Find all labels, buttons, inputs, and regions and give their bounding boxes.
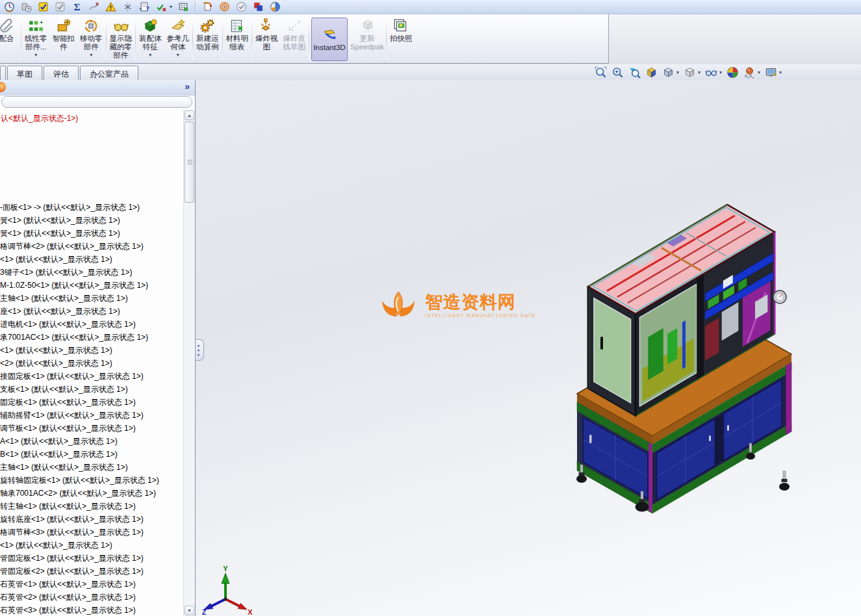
tree-item[interactable]: 管固定板<2> (默认<<默认>_显示状态 1>) xyxy=(0,565,184,578)
section-view-icon[interactable] xyxy=(645,66,658,79)
tree-item[interactable]: 3键子<1> (默认<<默认>_显示状态 1>) xyxy=(0,266,184,279)
tree-scrollbar[interactable]: ▲ ▼ xyxy=(183,110,195,616)
warning-triangle-icon[interactable] xyxy=(105,1,116,12)
tree-item[interactable]: 簧<1> (默认<<默认>_显示状态 1>) xyxy=(0,227,184,240)
compare-blocks-icon[interactable] xyxy=(253,1,264,12)
ribbon-group-separator xyxy=(309,18,309,60)
approve-circle-icon[interactable] xyxy=(236,1,247,12)
ribbon-button-exploded-view[interactable]: 爆炸视 图 xyxy=(253,16,281,63)
toolbar-separator xyxy=(195,2,196,12)
apply-scene-icon[interactable] xyxy=(743,66,756,79)
gray-checkbox-icon[interactable] xyxy=(55,1,66,12)
tree-item[interactable]: -面板<1> -> (默认<<默认>_显示状态 1>) xyxy=(0,201,184,214)
tree-item[interactable]: 支板<1> (默认<<默认>_显示状态 1>) xyxy=(0,383,184,396)
yellow-checkbox-icon[interactable] xyxy=(38,1,49,12)
tree-item[interactable]: 接固定板<1> (默认<<默认>_显示状态 1>) xyxy=(0,370,184,383)
tree-item[interactable]: 旋转底座<1> (默认<<默认>_显示状态 1>) xyxy=(0,513,184,526)
scroll-up-button[interactable]: ▲ xyxy=(185,110,194,120)
document-help-icon[interactable]: ? xyxy=(139,1,150,12)
globe-icon[interactable] xyxy=(270,1,281,12)
align-arrows-icon[interactable] xyxy=(122,1,133,12)
dropdown-caret-icon[interactable]: ▾ xyxy=(177,52,179,58)
tree-item[interactable]: 石英管<3> (默认<<默认>_显示状态 1>) xyxy=(0,604,184,616)
ribbon-button-label: 智能扣 件 xyxy=(53,34,75,51)
tree-item[interactable]: B<1> (默认<<默认>_显示状态 1>) xyxy=(0,448,184,461)
tree-item[interactable]: 座<1> (默认<<默认>_显示状态 1>) xyxy=(0,305,184,318)
ribbon-button-reference-geometry[interactable]: 参考几 何体▾ xyxy=(164,16,192,63)
reorient-document-icon[interactable] xyxy=(202,1,213,12)
ribbon-tabs: 草图评估办公室产品 xyxy=(0,66,138,80)
tab-评估[interactable]: 评估 xyxy=(44,66,79,80)
smart-fasteners-icon xyxy=(56,18,71,34)
tab-办公室产品[interactable]: 办公室产品 xyxy=(80,66,138,80)
dropdown-caret-icon[interactable]: ▾ xyxy=(676,70,679,75)
tree-item[interactable]: <1> (默认<<默认>_显示状态 1>) xyxy=(0,539,184,552)
tree-item[interactable]: 石英管<2> (默认<<默认>_显示状态 1>) xyxy=(0,591,184,604)
view-settings-icon[interactable] xyxy=(765,66,777,79)
tree-item[interactable]: A<1> (默认<<默认>_显示状态 1>) xyxy=(0,435,184,448)
tree-item[interactable]: 格调节棒<2> (默认<<默认>_显示状态 1>) xyxy=(0,240,184,253)
interference-detection-icon[interactable] xyxy=(88,1,99,12)
tree-item[interactable]: <1> (默认<<默认>_显示状态 1>) xyxy=(0,253,184,266)
tree-item[interactable]: 石英管<1> (默认<<默认>_显示状态 1>) xyxy=(0,578,184,591)
tree-item[interactable]: <1> (默认<<默认>_显示状态 1>) xyxy=(0,344,184,357)
previous-view-icon[interactable] xyxy=(628,66,641,79)
ribbon-button-move-component[interactable]: 移动零 部件▾ xyxy=(77,16,105,63)
assembly-root-node[interactable]: 认<默认_显示状态-1>) xyxy=(1,113,78,124)
tree-item[interactable]: 格调节棒<3> (默认<<默认>_显示状态 1>) xyxy=(0,526,184,539)
ribbon-button-assembly-features[interactable]: 装配体 特征▾ xyxy=(136,16,164,63)
tree-item[interactable]: <2> (默认<<默认>_显示状态 1>) xyxy=(0,357,184,370)
ribbon-button-linear-component-pattern[interactable]: 线性零 部件...▾ xyxy=(22,16,50,63)
tree-item[interactable]: 调节板<1> (默认<<默认>_显示状态 1>) xyxy=(0,422,184,435)
ribbon-button-new-motion-study[interactable]: 新建运 动算例 xyxy=(194,16,222,63)
dropdown-caret-icon[interactable]: ▾ xyxy=(90,52,92,58)
new-motion-study-icon xyxy=(199,18,215,34)
dropdown-caret-icon[interactable]: ▾ xyxy=(170,4,172,10)
tree-item[interactable]: 簧<1> (默认<<默认>_显示状态 1>) xyxy=(0,214,184,227)
display-style-icon[interactable] xyxy=(684,66,696,79)
expand-panel-chevron-icon[interactable]: » xyxy=(185,81,190,92)
zoom-to-fit-icon[interactable] xyxy=(595,66,607,79)
tree-item[interactable]: 旋转轴固定板<1> (默认<<默认>_显示状态 1>) xyxy=(0,474,184,487)
dropdown-caret-icon[interactable]: ▾ xyxy=(698,70,700,75)
tree-item[interactable]: 固定板<1> (默认<<默认>_显示状态 1>) xyxy=(0,396,184,409)
tree-item[interactable]: 管固定板<1> (默认<<默认>_显示状态 1>) xyxy=(0,552,184,565)
tree-item[interactable]: 转主轴<1> (默认<<默认>_显示状态 1>) xyxy=(0,500,184,513)
tree-item[interactable]: 辅助摇臂<1> (默认<<默认>_显示状态 1>) xyxy=(0,409,184,422)
tab-草图[interactable]: 草图 xyxy=(7,66,42,80)
featuremanager-flyout-handle[interactable]: ◂ ◂ ◂ xyxy=(196,339,204,361)
timer-icon[interactable] xyxy=(4,1,15,12)
dropdown-caret-icon[interactable]: ▾ xyxy=(758,70,760,75)
view-orientation-icon[interactable] xyxy=(662,66,675,79)
ribbon-button-show-hidden-components[interactable]: 显示隐 藏的零 部件 xyxy=(107,16,135,63)
ribbon-button-mate[interactable]: 配合 xyxy=(0,16,20,63)
tree-item[interactable]: 轴承7001AC<2> (默认<<默认>_显示状态 1>) xyxy=(0,487,184,500)
tree-item[interactable]: M-1.0Z-50<1> (默认<<默认>_显示状态 1>) xyxy=(0,279,184,292)
scrollbar-thumb[interactable] xyxy=(185,122,194,203)
equations-sigma-icon[interactable]: Σ xyxy=(71,1,83,12)
dropdown-caret-icon[interactable]: ▾ xyxy=(34,52,37,58)
scroll-down-button[interactable]: ▼ xyxy=(185,606,194,615)
edit-appearance-icon[interactable] xyxy=(726,66,739,79)
dropdown-caret-icon[interactable]: ▾ xyxy=(779,70,782,75)
dropdown-caret-icon[interactable]: ▾ xyxy=(149,52,151,58)
graphics-viewport[interactable]: ◂ ◂ ◂ 智造资料网 INTELLIGENT MANUFACTURING DA… xyxy=(196,80,861,616)
design-table-icon[interactable] xyxy=(178,1,189,12)
history-icon[interactable] xyxy=(21,1,32,12)
check-cross-icon[interactable] xyxy=(156,1,167,12)
tree-item[interactable]: 承7001AC<1> (默认<<默认>_显示状态 1>) xyxy=(0,331,184,344)
ribbon-button-label: Instant3D xyxy=(313,44,345,52)
3d-model-machine[interactable] xyxy=(559,195,806,520)
target-rings-icon[interactable] xyxy=(219,1,230,12)
zoom-to-area-icon[interactable] xyxy=(611,66,624,79)
ribbon-button-smart-fasteners[interactable]: 智能扣 件 xyxy=(50,16,78,63)
tree-item[interactable]: 进电机<1> (默认<<默认>_显示状态 1>) xyxy=(0,318,184,331)
dropdown-caret-icon[interactable]: ▾ xyxy=(719,70,722,75)
ribbon-button-take-snapshot[interactable]: 拍快照 xyxy=(387,16,415,63)
ribbon-button-instant3d[interactable]: Instant3D xyxy=(311,18,348,61)
tree-item[interactable]: 主轴<1> (默认<<默认>_显示状态 1>) xyxy=(0,292,184,305)
ribbon-button-bill-of-materials[interactable]: 材料明 细表 xyxy=(224,16,251,63)
hide-show-items-icon[interactable] xyxy=(705,66,717,79)
tree-item[interactable]: 主轴<1> (默认<<默认>_显示状态 1>) xyxy=(0,461,184,474)
feature-filter-input[interactable] xyxy=(1,96,192,108)
